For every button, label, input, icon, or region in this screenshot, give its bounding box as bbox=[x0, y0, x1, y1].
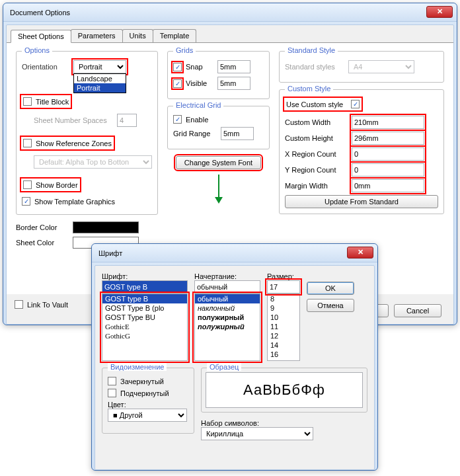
snap-value[interactable] bbox=[217, 60, 250, 73]
standard-styles-combo: A4 bbox=[348, 60, 414, 73]
show-border-check[interactable] bbox=[23, 180, 32, 189]
tab-parameters[interactable]: Parameters bbox=[71, 29, 123, 42]
style-list[interactable]: обычный наклонный полужирный полужирный bbox=[194, 294, 260, 361]
use-custom-check[interactable]: ✓ bbox=[351, 100, 360, 108]
tab-sheet-options[interactable]: Sheet Options bbox=[11, 30, 71, 43]
custom-width-input[interactable] bbox=[352, 116, 424, 129]
underline-check[interactable] bbox=[108, 389, 116, 397]
link-to-vault-check[interactable] bbox=[15, 300, 23, 309]
y-region-input[interactable] bbox=[352, 163, 424, 177]
cancel-button[interactable]: Cancel bbox=[394, 304, 441, 317]
grids-group: Grids ✓ Snap ✓ Visible bbox=[167, 51, 270, 99]
font-titlebar[interactable]: Шрифт ✕ bbox=[92, 244, 377, 262]
ref-zones-combo: Default: Alpha Top to Botton bbox=[34, 155, 152, 169]
egrid-enable-check[interactable]: ✓ bbox=[173, 115, 182, 124]
svg-marker-1 bbox=[215, 197, 223, 204]
font-close-button[interactable]: ✕ bbox=[347, 247, 373, 258]
orientation-dropdown[interactable]: Landscape Portrait bbox=[73, 73, 126, 93]
custom-style-group: Custom Style Use Custom style ✓ Custom W… bbox=[279, 89, 444, 214]
orientation-label: Orientation bbox=[22, 63, 69, 71]
font-color-combo[interactable]: ■ Другой bbox=[108, 409, 187, 422]
effects-group: Видоизменение Зачеркнутый Подчеркнутый Ц… bbox=[102, 368, 194, 434]
window-title: Document Options bbox=[10, 9, 70, 17]
options-group: Options Orientation Portrait Landscape P… bbox=[16, 51, 158, 215]
grid-range-input[interactable] bbox=[221, 127, 254, 140]
font-cancel-button[interactable]: Отмена bbox=[307, 299, 354, 312]
show-template-check[interactable]: ✓ bbox=[22, 197, 30, 206]
sample-text: АаBbБбФф bbox=[206, 372, 363, 408]
change-system-font-button[interactable]: Change System Font bbox=[176, 156, 261, 169]
font-name-input[interactable] bbox=[102, 280, 188, 294]
font-dialog-window: Шрифт ✕ Шрифт: GOST type B GOST Type B (… bbox=[91, 243, 378, 471]
tab-strip: Sheet Options Parameters Units Template bbox=[7, 25, 453, 43]
sample-group: Образец АаBbБбФф bbox=[201, 368, 367, 413]
custom-height-input[interactable] bbox=[352, 132, 424, 145]
font-ok-button[interactable]: OK bbox=[307, 282, 354, 295]
size-list[interactable]: 8 9 10 11 12 14 16 bbox=[267, 294, 300, 361]
font-size-input[interactable] bbox=[267, 280, 300, 294]
title-block-check[interactable] bbox=[23, 97, 32, 106]
arrow-down-icon bbox=[212, 173, 225, 204]
charset-combo[interactable]: Кириллица bbox=[201, 427, 313, 440]
x-region-input[interactable] bbox=[352, 147, 424, 161]
margin-width-input[interactable] bbox=[352, 179, 424, 192]
snap-check[interactable]: ✓ bbox=[173, 63, 182, 71]
strike-check[interactable] bbox=[108, 377, 116, 385]
font-list[interactable]: GOST type B GOST Type B (plo GOST Type B… bbox=[102, 294, 188, 361]
update-from-standard-button[interactable]: Update From Standard bbox=[285, 195, 438, 208]
visible-value[interactable] bbox=[217, 77, 250, 90]
tab-template[interactable]: Template bbox=[153, 29, 197, 42]
sheet-num-spaces-input bbox=[117, 114, 137, 127]
font-style-input[interactable] bbox=[194, 280, 260, 294]
electrical-grid-group: Electrical Grid ✓ Enable Grid Range bbox=[167, 106, 270, 149]
border-color-swatch[interactable] bbox=[73, 221, 139, 233]
visible-check[interactable]: ✓ bbox=[173, 79, 182, 88]
orientation-combo[interactable]: Portrait bbox=[73, 60, 126, 73]
close-button[interactable]: ✕ bbox=[426, 6, 453, 18]
standard-style-group: Standard Style Standard styles A4 bbox=[279, 51, 444, 83]
tab-units[interactable]: Units bbox=[122, 29, 153, 42]
show-ref-check[interactable] bbox=[23, 139, 32, 147]
titlebar[interactable]: Document Options ✕ bbox=[3, 3, 457, 22]
